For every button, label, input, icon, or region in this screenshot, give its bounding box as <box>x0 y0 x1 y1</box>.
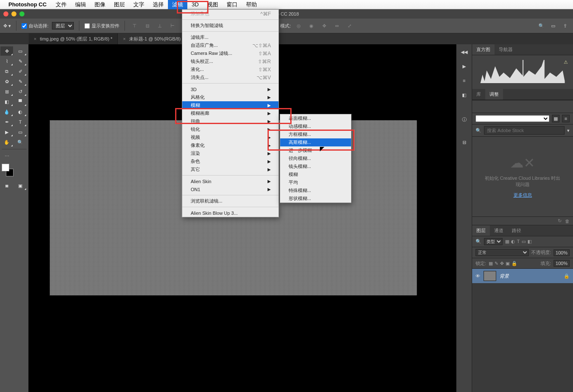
blur-box[interactable]: 方框模糊... <box>280 130 351 138</box>
hand-tool[interactable]: ✋ <box>0 138 13 147</box>
blur-gaussian[interactable]: 高斯模糊... <box>280 138 351 146</box>
filter-other[interactable]: 其它▶ <box>182 165 278 173</box>
align-vmid-icon[interactable]: ⊟ <box>143 21 152 30</box>
cc-trash-icon[interactable]: 🗑 <box>565 219 570 224</box>
blur-special[interactable]: 特殊模糊... <box>280 187 351 195</box>
library-select[interactable] <box>476 115 549 122</box>
opacity-value[interactable]: 100% <box>554 249 570 256</box>
lock-artboard-icon[interactable]: ▣ <box>505 261 510 266</box>
workspace-icon[interactable]: ▭ <box>549 21 558 30</box>
search-icon[interactable]: 🔍 <box>537 21 546 30</box>
filter-render[interactable]: 渲染▶ <box>182 149 278 157</box>
move-tool[interactable]: ✥ <box>0 46 13 56</box>
close-tab-icon[interactable]: × <box>123 36 125 41</box>
tab-histogram[interactable]: 直方图 <box>472 44 495 55</box>
shape-tool[interactable]: ▭ <box>14 127 27 137</box>
view-grid-icon[interactable]: ▦ <box>552 115 559 122</box>
auto-select-target[interactable]: 图层 <box>52 22 74 30</box>
filter-blowup[interactable]: Alien Skin Blow Up 3... <box>182 209 278 217</box>
blur-motion[interactable]: 动感模糊... <box>280 122 351 130</box>
healing-tool[interactable]: ✿ <box>0 77 13 86</box>
filter-lens[interactable]: 镜头校正...⇧⌘R <box>182 57 278 65</box>
pen-tool[interactable]: ✒ <box>0 117 13 127</box>
cc-refresh-icon[interactable]: ↻ <box>558 218 562 224</box>
filter-alien[interactable]: Alien Skin▶ <box>182 177 278 185</box>
filter-smart-icon[interactable]: ◧ <box>527 239 532 244</box>
clone-panel-icon[interactable]: ◧ <box>459 90 469 100</box>
menu-window[interactable]: 窗口 <box>222 0 242 9</box>
menu-help[interactable]: 帮助 <box>242 0 261 9</box>
blur-surface[interactable]: 表面模糊... <box>280 114 351 122</box>
history-brush-tool[interactable]: ↺ <box>14 87 27 96</box>
filter-type-icon[interactable]: T <box>517 239 520 244</box>
crop-tool[interactable]: ⧉ <box>0 67 13 76</box>
blur-blur[interactable]: 模糊 <box>280 170 351 178</box>
eraser-tool[interactable]: ◧ <box>0 97 13 106</box>
menu-file[interactable]: 文件 <box>51 0 71 9</box>
close-tab-icon[interactable]: × <box>34 36 36 41</box>
auto-select-check[interactable]: 自动选择: <box>22 23 49 29</box>
quick-select-tool[interactable]: ✎ <box>14 57 27 66</box>
blur-lens[interactable]: 镜头模糊... <box>280 162 351 170</box>
blend-mode[interactable]: 正常 <box>476 249 529 256</box>
menu-type[interactable]: 文字 <box>129 0 149 9</box>
tab-1[interactable]: ×未标题-1 @ 50%(RGB/8) <box>118 33 186 44</box>
tab-navigator[interactable]: 导航器 <box>495 44 517 55</box>
layer-thumbnail[interactable] <box>484 271 496 281</box>
3d-roll-icon[interactable]: ◉ <box>307 21 316 30</box>
color-swatch[interactable] <box>1 163 14 176</box>
tab-channels[interactable]: 通道 <box>490 225 508 236</box>
lasso-tool[interactable]: ⌇ <box>0 57 13 66</box>
screenmode-tool[interactable]: ▣ <box>14 181 27 190</box>
filter-vanish[interactable]: 消失点...⌥⌘V <box>182 73 278 81</box>
type-tool[interactable]: T <box>14 117 27 127</box>
visibility-icon[interactable]: 👁 <box>476 273 480 278</box>
lock-icon[interactable]: 🔒 <box>564 273 570 279</box>
tab-paths[interactable]: 路径 <box>508 225 525 236</box>
blur-further[interactable]: 进一步模糊 <box>280 146 351 154</box>
menu-layer[interactable]: 图层 <box>110 0 129 9</box>
marquee-tool[interactable]: ▭ <box>14 46 27 56</box>
brushes-panel-icon[interactable]: ≡ <box>459 76 469 86</box>
lock-pixels-icon[interactable]: ▦ <box>489 261 493 266</box>
lock-move-icon[interactable]: ✥ <box>500 261 504 266</box>
filter-noise[interactable]: 杂色▶ <box>182 157 278 165</box>
share-icon[interactable]: ⇪ <box>560 21 570 30</box>
filter-distort[interactable]: 扭曲▶ <box>182 117 278 125</box>
filter-stylize[interactable]: 风格化▶ <box>182 93 278 101</box>
dodge-tool[interactable]: ◐ <box>14 107 27 116</box>
filter-blur-gallery[interactable]: 模糊画廊▶ <box>182 109 278 117</box>
info-panel-icon[interactable]: ⓘ <box>459 114 469 124</box>
filter-smart[interactable]: 转换为智能滤镜 <box>182 22 278 30</box>
filter-pixel-icon[interactable]: ▦ <box>505 239 509 244</box>
show-transform-check[interactable]: 显示变换控件 <box>84 23 119 29</box>
brush-tool[interactable]: ✎ <box>14 77 27 86</box>
3d-scale-icon[interactable]: ⤢ <box>345 21 354 30</box>
tab-0[interactable]: ×timg.jpeg @ 50% (图层 1, RGB/8) * <box>29 33 118 44</box>
clone-tool[interactable]: ⊞ <box>0 87 13 96</box>
3d-slide-icon[interactable]: ⇔ <box>332 21 341 30</box>
minimize-window[interactable] <box>11 11 16 16</box>
filter-pixelate[interactable]: 像素化▶ <box>182 141 278 149</box>
menu-3d[interactable]: 3D <box>187 0 203 8</box>
menu-image[interactable]: 图像 <box>90 0 110 9</box>
stock-dropdown-icon[interactable]: ▾ <box>567 128 570 133</box>
blur-radial[interactable]: 径向模糊... <box>280 154 351 162</box>
tab-layers[interactable]: 图层 <box>472 225 490 236</box>
zoom-tool[interactable]: 🔍 <box>14 138 27 147</box>
filter-adjust-icon[interactable]: ◐ <box>511 239 515 244</box>
filter-video[interactable]: 视频▶ <box>182 133 278 141</box>
histogram-warn-icon[interactable]: ⚠ <box>564 59 568 65</box>
lock-all-icon[interactable]: 🔒 <box>511 261 517 266</box>
filter-liquify[interactable]: 液化...⇧⌘X <box>182 65 278 73</box>
align-top-icon[interactable]: ⊤ <box>130 21 139 30</box>
filter-on1[interactable]: ON1▶ <box>182 185 278 193</box>
layer-filter-kind[interactable]: 类型 <box>484 238 503 245</box>
expand-panels-icon[interactable]: ◀◀ <box>459 47 469 57</box>
tab-libraries[interactable]: 库 <box>472 89 485 100</box>
blur-tool[interactable]: 💧 <box>0 107 13 116</box>
edit-toolbar[interactable]: ⋯ <box>0 151 13 161</box>
filter-camera-raw[interactable]: Camera Raw 滤镜...⇧⌘A <box>182 49 278 57</box>
fill-value[interactable]: 100% <box>554 260 570 267</box>
menu-view[interactable]: 视图 <box>203 0 222 9</box>
